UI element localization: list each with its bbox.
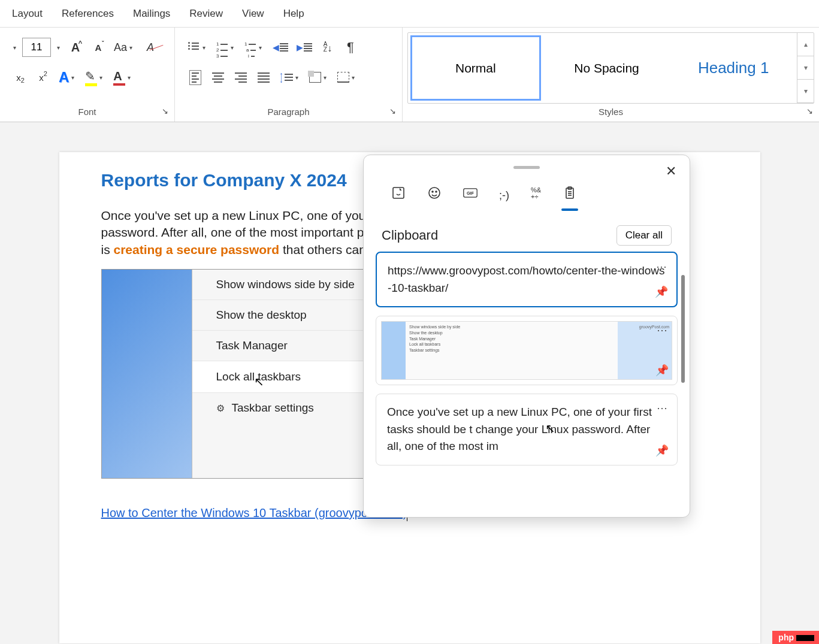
clear-all-button[interactable]: Clear all bbox=[616, 225, 672, 246]
align-right-button[interactable] bbox=[231, 68, 250, 87]
clip-more-button[interactable]: ⋯ bbox=[656, 259, 668, 275]
increase-indent-button[interactable]: ▶ bbox=[294, 38, 315, 57]
tab-gif[interactable]: GIF bbox=[463, 186, 478, 211]
style-normal[interactable]: Normal bbox=[410, 35, 541, 101]
clip-pin-button[interactable]: 📌 bbox=[655, 284, 668, 300]
ribbon-group-styles: Normal No Spacing Heading 1 ▴ ▾ ▾ Styles… bbox=[403, 28, 819, 122]
highlight-button[interactable]: ✎▾ bbox=[83, 68, 107, 87]
para-text-3a: is bbox=[101, 243, 114, 256]
styles-gallery[interactable]: Normal No Spacing Heading 1 ▴ ▾ ▾ bbox=[407, 32, 814, 104]
text-effects-button[interactable]: A▾ bbox=[56, 68, 79, 87]
menu-review[interactable]: Review bbox=[189, 8, 223, 20]
symbols-icon: %&+÷ bbox=[531, 187, 541, 200]
thumb-line-5: Taskbar settings bbox=[409, 347, 614, 353]
show-hide-marks-button[interactable]: ¶ bbox=[341, 38, 360, 57]
change-case-button[interactable]: Aa▾ bbox=[111, 38, 137, 57]
styles-more-button[interactable]: ▾ bbox=[797, 80, 814, 103]
menu-mailings[interactable]: Mailings bbox=[133, 8, 170, 20]
font-color-button[interactable]: A▾ bbox=[111, 68, 135, 87]
document-hyperlink[interactable]: How to Center the Windows 10 Taskbar (gr… bbox=[101, 506, 407, 520]
thumb-line-4: Lock all taskbars bbox=[409, 341, 614, 347]
cursor-icon: ↖ bbox=[545, 419, 555, 437]
gif-icon: GIF bbox=[463, 186, 478, 200]
clipboard-header: Clipboard Clear all bbox=[364, 218, 690, 252]
embedded-desktop-bg bbox=[102, 270, 192, 478]
ribbon-group-paragraph: ▾ 123▾ 1ai▾ ◀ ▶ AZ↓ ¶ ↑↓▾ ▾ bbox=[175, 28, 403, 122]
tab-recent[interactable] bbox=[391, 186, 406, 211]
clip-item-text: Once you've set up a new Linux PC, one o… bbox=[387, 406, 652, 452]
grow-font-button[interactable]: A^ bbox=[66, 38, 85, 57]
php-badge-text: php bbox=[778, 633, 794, 642]
style-heading-1[interactable]: Heading 1 bbox=[670, 33, 797, 103]
clip-more-button[interactable]: ⋯ bbox=[657, 400, 669, 416]
styles-dialog-launcher[interactable]: ↘ bbox=[806, 107, 813, 116]
gear-icon: ⚙ bbox=[216, 403, 225, 414]
borders-button[interactable]: ▾ bbox=[335, 68, 359, 87]
svg-point-3 bbox=[436, 191, 437, 192]
php-badge: php bbox=[772, 631, 819, 644]
thumb-line-1: Show windows side by side bbox=[409, 324, 614, 330]
sort-button[interactable]: AZ↓ bbox=[318, 38, 337, 57]
clip-item-text: https://www.groovypost.com/howto/center-… bbox=[388, 264, 665, 294]
font-group-label: Font bbox=[78, 107, 96, 117]
shading-button[interactable]: ▾ bbox=[307, 68, 331, 87]
tab-kaomoji[interactable]: ;-) bbox=[499, 187, 509, 210]
clip-item-url[interactable]: https://www.groovypost.com/howto/center-… bbox=[376, 252, 678, 307]
ribbon-group-font: ▾ 11 ▾ A^ Aˇ Aa▾ A x2 x2 A▾ ✎▾ A▾ Font ↘ bbox=[0, 28, 175, 122]
align-center-button[interactable] bbox=[208, 68, 228, 87]
clipboard-tabs: GIF ;-) %&+÷ bbox=[364, 169, 690, 218]
decrease-indent-button[interactable]: ◀ bbox=[270, 38, 291, 57]
clip-thumbnail: Show windows side by side Show the deskt… bbox=[381, 321, 672, 380]
svg-rect-0 bbox=[393, 188, 404, 198]
menu-bar: Layout References Mailings Review View H… bbox=[0, 0, 819, 28]
styles-down-button[interactable]: ▾ bbox=[797, 56, 814, 80]
cursor-icon: ↖ bbox=[254, 374, 264, 389]
superscript-button[interactable]: x2 bbox=[34, 68, 53, 87]
clear-formatting-button[interactable]: A bbox=[141, 38, 160, 57]
align-left-button[interactable] bbox=[186, 68, 205, 87]
close-button[interactable]: ✕ bbox=[666, 164, 676, 179]
thumb-line-2: Show the desktop bbox=[409, 330, 614, 336]
bullets-button[interactable]: ▾ bbox=[186, 38, 210, 57]
style-no-spacing[interactable]: No Spacing bbox=[543, 33, 670, 103]
tab-symbols[interactable]: %&+÷ bbox=[531, 187, 541, 210]
clip-more-button[interactable]: ⋯ bbox=[657, 322, 669, 338]
styles-group-label: Styles bbox=[599, 107, 623, 117]
menu-view[interactable]: View bbox=[242, 8, 264, 20]
clipboard-tab-icon bbox=[563, 186, 577, 200]
tab-clipboard[interactable] bbox=[563, 186, 577, 211]
numbering-button[interactable]: 123▾ bbox=[214, 38, 238, 57]
clip-pin-button[interactable]: 📌 bbox=[655, 443, 669, 459]
para-text-2: password. After all, one of the most imp… bbox=[101, 225, 395, 239]
clipboard-scrollbar[interactable] bbox=[681, 275, 685, 383]
ribbon: ▾ 11 ▾ A^ Aˇ Aa▾ A x2 x2 A▾ ✎▾ A▾ Font ↘… bbox=[0, 28, 819, 122]
clipboard-list: https://www.groovypost.com/howto/center-… bbox=[364, 252, 690, 474]
align-justify-button[interactable] bbox=[254, 68, 273, 87]
multilevel-list-button[interactable]: 1ai▾ bbox=[242, 38, 267, 57]
paragraph-group-label: Paragraph bbox=[267, 107, 309, 117]
svg-point-1 bbox=[429, 188, 440, 198]
paragraph-dialog-launcher[interactable]: ↘ bbox=[389, 107, 396, 116]
font-size-dropdown[interactable]: ▾ bbox=[55, 44, 62, 51]
para-strong: creating a secure password bbox=[114, 243, 280, 256]
menu-help[interactable]: Help bbox=[283, 8, 304, 20]
line-spacing-button[interactable]: ↑↓▾ bbox=[277, 68, 303, 87]
shrink-font-button[interactable]: Aˇ bbox=[89, 38, 108, 57]
styles-up-button[interactable]: ▴ bbox=[797, 33, 814, 56]
font-size-input[interactable]: 11 bbox=[22, 38, 51, 57]
clip-item-image[interactable]: Show windows side by side Show the deskt… bbox=[376, 316, 678, 385]
menu-references[interactable]: References bbox=[62, 8, 114, 20]
clipboard-title: Clipboard bbox=[382, 228, 438, 243]
font-dialog-launcher[interactable]: ↘ bbox=[162, 107, 168, 116]
clip-item-paragraph[interactable]: Once you've set up a new Linux PC, one o… bbox=[376, 394, 678, 465]
menu-layout[interactable]: Layout bbox=[12, 8, 43, 20]
font-name-dropdown-arrow[interactable]: ▾ bbox=[11, 44, 19, 51]
svg-point-2 bbox=[432, 191, 433, 192]
subscript-button[interactable]: x2 bbox=[11, 68, 30, 87]
emoji-icon bbox=[427, 186, 442, 200]
tab-emoji[interactable] bbox=[427, 186, 442, 211]
clip-pin-button[interactable]: 📌 bbox=[655, 362, 669, 379]
styles-gallery-nav: ▴ ▾ ▾ bbox=[797, 33, 814, 103]
para-text-1: Once you've set up a new Linux PC, one o… bbox=[101, 208, 394, 222]
svg-text:GIF: GIF bbox=[467, 191, 475, 196]
